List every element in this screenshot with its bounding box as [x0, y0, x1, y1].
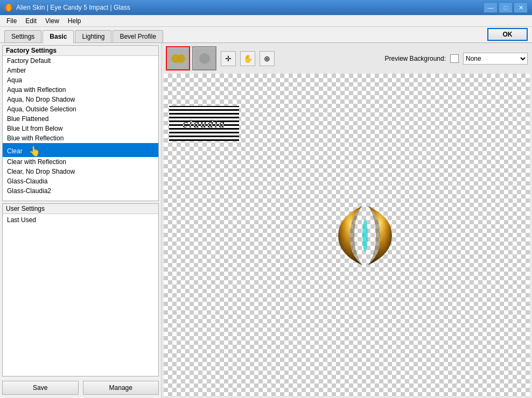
preview-canvas: claudia: [164, 74, 530, 397]
user-settings-header: User Settings: [3, 204, 158, 214]
move-icon: ✛: [225, 54, 232, 63]
hand-tool-button[interactable]: ✋: [240, 51, 255, 66]
color-swatch: [450, 54, 459, 63]
hand-icon: ✋: [243, 54, 253, 63]
bottom-buttons: Save Manage: [2, 379, 159, 397]
move-tool-button[interactable]: ✛: [221, 51, 236, 66]
preview-bg-label: Preview Background:: [385, 55, 446, 62]
factory-settings-list[interactable]: Factory Default Amber Aqua Aqua with Ref…: [3, 56, 158, 198]
title-bar: Alien Skin | Eye Candy 5 Impact | Glass …: [0, 0, 532, 15]
thumbnail-area: [166, 46, 216, 70]
user-settings-section: User Settings Last Used: [2, 203, 159, 376]
list-item-blue-lit[interactable]: Blue Lit from Below: [3, 124, 158, 133]
svg-point-6: [199, 53, 210, 64]
maximize-button[interactable]: □: [499, 2, 513, 13]
tab-basic[interactable]: Basic: [43, 30, 74, 43]
list-item-clear[interactable]: Clear 👆: [3, 143, 158, 157]
zoom-icon: ⊕: [264, 54, 270, 63]
app-icon: [4, 3, 13, 12]
zoom-tool-button[interactable]: ⊕: [260, 51, 275, 66]
tab-lighting[interactable]: Lighting: [75, 30, 111, 42]
tab-bevel-profile[interactable]: Bevel Profile: [113, 30, 163, 42]
save-button[interactable]: Save: [2, 381, 79, 395]
main-content: Factory Settings Factory Default Amber A…: [0, 43, 532, 398]
list-item-aqua-reflection[interactable]: Aqua with Reflection: [3, 85, 158, 95]
right-panel: ✛ ✋ ⊕ Preview Background: None White Bla…: [162, 43, 532, 398]
list-item-blue-flat[interactable]: Blue Flattened: [3, 114, 158, 124]
menu-file[interactable]: File: [2, 16, 21, 26]
manage-button[interactable]: Manage: [83, 381, 159, 395]
list-item-amber[interactable]: Amber: [3, 66, 158, 75]
svg-point-1: [6, 4, 11, 11]
menu-view[interactable]: View: [41, 16, 64, 26]
window-title: Alien Skin | Eye Candy 5 Impact | Glass: [16, 4, 130, 11]
menu-edit[interactable]: Edit: [21, 16, 41, 26]
list-item-blue-reflection[interactable]: Blue with Reflection: [3, 133, 158, 143]
list-item-glass-claudia2[interactable]: Glass-Claudia2: [3, 186, 158, 196]
list-item-clear-reflection[interactable]: Clear with Reflection: [3, 157, 158, 167]
preview-text-label: claudia: [183, 117, 226, 131]
tab-settings[interactable]: Settings: [4, 30, 41, 42]
thumbnail-active[interactable]: [166, 46, 190, 70]
left-panel: Factory Settings Factory Default Amber A…: [0, 43, 162, 398]
preview-text-image: claudia: [169, 106, 239, 141]
factory-settings-header: Factory Settings: [3, 46, 158, 56]
preview-bg-select[interactable]: None White Black Custom: [463, 53, 528, 65]
preview-toolbar: ✛ ✋ ⊕ Preview Background: None White Bla…: [164, 45, 530, 72]
list-item-last-used[interactable]: Last Used: [3, 215, 158, 225]
thumbnail-inactive[interactable]: [192, 46, 216, 70]
close-button[interactable]: ✕: [514, 2, 528, 13]
factory-settings-section: Factory Settings Factory Default Amber A…: [2, 45, 159, 201]
list-item-clear-no-drop[interactable]: Clear, No Drop Shadow: [3, 167, 158, 176]
list-item-factory-default[interactable]: Factory Default: [3, 56, 158, 66]
preview-logo: [333, 201, 397, 271]
list-item-aqua-no-drop[interactable]: Aqua, No Drop Shadow: [3, 95, 158, 104]
ok-button[interactable]: OK: [487, 28, 528, 41]
list-item-glass-claudia[interactable]: Glass-Claudia: [3, 176, 158, 186]
minimize-button[interactable]: —: [484, 2, 498, 13]
list-item-aqua[interactable]: Aqua: [3, 75, 158, 85]
user-settings-list[interactable]: Last Used: [3, 214, 158, 226]
menu-help[interactable]: Help: [64, 16, 86, 26]
svg-point-4: [177, 54, 185, 63]
menu-bar: File Edit View Help: [0, 15, 532, 27]
list-item-glass-claudia3[interactable]: Glass-Claudia3: [3, 196, 158, 198]
list-item-aqua-outside[interactable]: Aqua, Outside Selection: [3, 104, 158, 114]
